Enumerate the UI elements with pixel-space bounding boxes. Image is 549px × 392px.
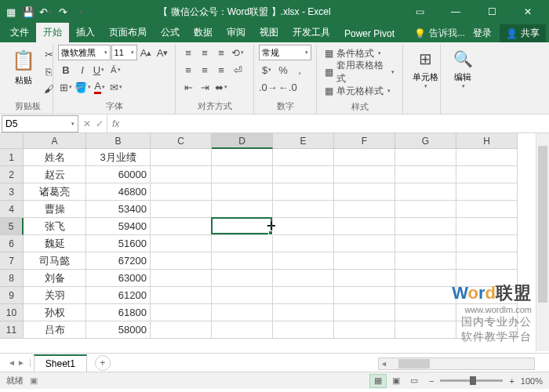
tab-layout[interactable]: 页面布局 (102, 23, 154, 42)
macro-icon[interactable]: ▣ (30, 376, 38, 386)
tab-developer[interactable]: 开发工具 (285, 23, 337, 42)
italic-icon[interactable]: I (75, 62, 90, 78)
zoom-out-icon[interactable]: − (429, 376, 434, 386)
cell[interactable] (212, 183, 273, 201)
cell[interactable]: 3月业绩 (86, 149, 151, 166)
currency-icon[interactable]: $▾ (259, 62, 274, 78)
cell[interactable] (334, 201, 395, 218)
cell[interactable] (334, 183, 395, 201)
view-normal-icon[interactable]: ▦ (369, 374, 387, 388)
cell[interactable] (212, 252, 273, 270)
cell[interactable] (334, 166, 395, 183)
editing-button[interactable]: 🔍 编辑 ▾ (445, 45, 480, 91)
view-break-icon[interactable]: ▭ (405, 374, 423, 388)
maximize-button[interactable]: ☐ (474, 0, 510, 24)
cell[interactable]: 63000 (86, 270, 151, 287)
cell[interactable] (334, 270, 395, 287)
cell[interactable] (151, 287, 212, 304)
zoom-slider[interactable] (440, 379, 503, 382)
cell[interactable] (395, 149, 456, 166)
select-all-corner[interactable] (0, 133, 24, 149)
row-header[interactable]: 4 (0, 201, 24, 218)
col-header[interactable]: G (395, 133, 456, 149)
cell[interactable]: 诸葛亮 (24, 183, 86, 201)
cell[interactable] (151, 149, 212, 166)
cell[interactable] (395, 235, 456, 252)
cell[interactable] (395, 166, 456, 183)
wrap-icon[interactable]: ⏎ (230, 62, 245, 78)
cell[interactable] (334, 218, 395, 235)
sheet-tab[interactable]: Sheet1 (34, 354, 87, 372)
cell[interactable] (212, 201, 273, 218)
col-header[interactable]: C (151, 133, 212, 149)
cell[interactable] (212, 149, 273, 166)
col-header[interactable]: D (212, 133, 273, 149)
add-sheet-button[interactable]: + (95, 355, 111, 371)
tell-me[interactable]: 告诉我... (429, 27, 465, 40)
cell[interactable] (151, 270, 212, 287)
font-name-select[interactable]: 微软雅黑▾ (58, 45, 111, 60)
inc-decimal-icon[interactable]: .0→ (259, 79, 278, 95)
cell[interactable]: 51600 (86, 235, 151, 252)
bold-icon[interactable]: B (58, 62, 74, 78)
cell[interactable]: 魏延 (24, 235, 86, 252)
cell[interactable] (456, 321, 518, 339)
cell[interactable] (151, 235, 212, 252)
cell[interactable]: 赵云 (24, 166, 86, 183)
cell[interactable] (212, 235, 273, 252)
cell[interactable] (212, 270, 273, 287)
cell[interactable] (273, 287, 334, 304)
row-header[interactable]: 9 (0, 287, 24, 304)
view-layout-icon[interactable]: ▣ (387, 374, 405, 388)
align-left-icon[interactable]: ≡ (180, 62, 196, 78)
align-center-icon[interactable]: ≡ (197, 62, 213, 78)
cell[interactable]: 58000 (86, 321, 151, 339)
vertical-scrollbar[interactable] (536, 133, 549, 351)
cell[interactable] (273, 235, 334, 252)
cell[interactable] (395, 218, 456, 235)
cell[interactable] (395, 304, 456, 321)
cell[interactable] (395, 270, 456, 287)
ribbon-opts-icon[interactable]: ▭ (402, 0, 438, 24)
cell[interactable] (456, 287, 518, 304)
cell[interactable] (212, 321, 273, 339)
cell[interactable] (456, 235, 518, 252)
cell[interactable] (273, 304, 334, 321)
formula-input[interactable] (124, 115, 549, 132)
cell[interactable]: 59400 (86, 218, 151, 235)
font-color-icon[interactable]: A▾ (92, 79, 107, 95)
merge-icon[interactable]: ⬌▾ (213, 79, 229, 95)
tab-file[interactable]: 文件 (3, 23, 36, 42)
cell[interactable] (334, 287, 395, 304)
cell[interactable] (273, 321, 334, 339)
sheet-prev-icon[interactable]: ◄ (8, 358, 16, 367)
cell[interactable] (151, 218, 212, 235)
align-top-icon[interactable]: ≡ (180, 45, 196, 60)
grow-font-icon[interactable]: A▴ (138, 45, 154, 60)
cell[interactable]: 司马懿 (24, 252, 86, 270)
table-format-button[interactable]: ▦套用表格格式▾ (322, 64, 398, 81)
tab-insert[interactable]: 插入 (69, 23, 102, 42)
cell[interactable] (395, 252, 456, 270)
cell[interactable]: 61800 (86, 304, 151, 321)
minimize-button[interactable]: — (438, 0, 474, 24)
cell[interactable]: 孙权 (24, 304, 86, 321)
cell[interactable] (151, 321, 212, 339)
tab-data[interactable]: 数据 (187, 23, 220, 42)
wen-icon[interactable]: ✉▾ (108, 79, 124, 95)
cell[interactable] (456, 166, 518, 183)
row-header[interactable]: 1 (0, 149, 24, 166)
tab-home[interactable]: 开始 (36, 23, 69, 42)
qat-customize-icon[interactable]: ▾ (72, 4, 88, 20)
row-header[interactable]: 11 (0, 321, 24, 339)
cell[interactable] (212, 218, 273, 235)
align-right-icon[interactable]: ≡ (213, 62, 229, 78)
fill-color-icon[interactable]: 🪣▾ (75, 79, 91, 95)
zoom-in-icon[interactable]: + (509, 376, 514, 386)
row-header[interactable]: 6 (0, 235, 24, 252)
row-header[interactable]: 8 (0, 270, 24, 287)
cell[interactable] (273, 252, 334, 270)
cell[interactable] (212, 166, 273, 183)
cell[interactable] (395, 321, 456, 339)
row-header[interactable]: 3 (0, 183, 24, 201)
